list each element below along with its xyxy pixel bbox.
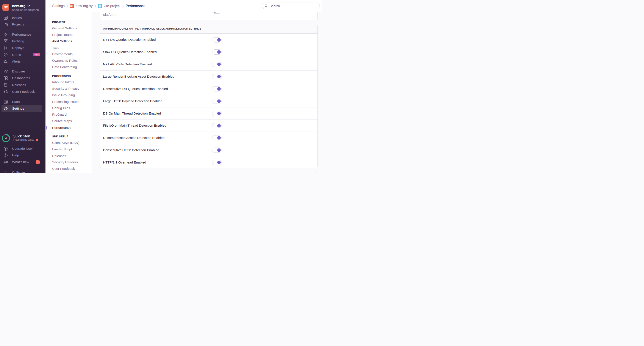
svg-text:4: 4: [5, 137, 7, 140]
